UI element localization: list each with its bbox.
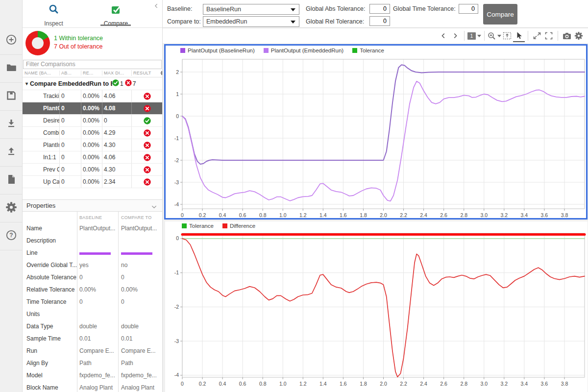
add-button[interactable] <box>0 27 22 55</box>
comparison-row-up-cast[interactable]: Up Cast00.00%2.34 <box>23 176 162 188</box>
fail-x-icon <box>144 129 151 137</box>
svg-text:0.4: 0.4 <box>219 381 226 387</box>
svg-text:0.2: 0.2 <box>199 381 206 387</box>
property-label: Data Type <box>23 323 77 330</box>
result-status <box>131 151 162 163</box>
max-difference-value: 4.06 <box>102 151 131 163</box>
comparison-row-combin[interactable]: Combin00.00%4.29 <box>23 127 162 139</box>
compare-line-swatch <box>118 249 162 256</box>
legend-item[interactable]: Tolerance <box>352 48 384 53</box>
baseline-select[interactable]: BaselineRun <box>203 4 299 15</box>
legend-item[interactable]: Tolerance <box>182 223 214 229</box>
rel-tolerance-value: 0.00% <box>81 90 102 102</box>
check-square-icon <box>85 4 147 18</box>
compare-to-column-header: COMPARE TO <box>121 215 152 220</box>
property-row-run: RunCompare E...Compare E... <box>23 344 162 357</box>
abs-tolerance-value: 0 <box>59 115 81 126</box>
compare-to-label: Compare to: <box>167 18 201 25</box>
prev-arrow-button[interactable] <box>438 29 449 42</box>
tolerance-summary: 1 Within tolerance 7 Out of tolerance <box>23 28 162 59</box>
global-time-tolerance-input[interactable] <box>459 4 478 14</box>
preferences-button[interactable] <box>0 195 22 222</box>
compare-button[interactable]: Compare <box>483 4 517 24</box>
gear-icon <box>5 201 17 215</box>
collapse-panel-icon[interactable] <box>153 2 159 11</box>
plus-circle-icon <box>5 34 17 48</box>
comparison-table: NAME (BA... AB... RE... MAX DI... RESULT… <box>23 69 162 188</box>
snapshot-camera-button[interactable] <box>561 29 573 42</box>
open-button[interactable] <box>0 55 22 83</box>
svg-text:-4: -4 <box>174 201 179 207</box>
fit-to-view-tool[interactable] <box>501 29 513 42</box>
dropdown-caret-icon <box>291 8 295 11</box>
baseline-column-header: BASELINE <box>79 215 102 220</box>
export-button[interactable] <box>0 139 22 167</box>
tab-inspect[interactable]: Inspect <box>23 0 85 28</box>
comparison-row-plantou[interactable]: PlantOu00.00%4.08 <box>23 102 162 115</box>
subplot-layout-button[interactable]: 1 <box>467 29 481 42</box>
legend-swatch <box>182 223 187 228</box>
filter-comparisons-input[interactable] <box>23 60 162 69</box>
col-name: NAME (BA... <box>23 71 59 75</box>
toolbar-separator <box>464 31 465 41</box>
help-button[interactable]: ? <box>0 222 22 250</box>
baseline-line-swatch <box>77 249 118 256</box>
property-label: Name <box>23 225 77 232</box>
save-button[interactable] <box>0 83 22 111</box>
result-status <box>131 176 162 188</box>
legend-item[interactable]: PlantOutput (BaselineRun) <box>180 48 255 53</box>
chart-settings-gear-icon[interactable] <box>573 29 585 42</box>
comparison-group-row[interactable]: ▾ Compare EmbeddedRun to Base... 1 7 <box>23 77 162 90</box>
comparison-row-desired[interactable]: Desired00.00%0 <box>23 115 162 127</box>
svg-text:3.6: 3.6 <box>541 381 548 387</box>
tab-compare[interactable]: Compare <box>85 0 147 28</box>
folder-icon <box>5 62 17 75</box>
legend-swatch <box>264 48 269 53</box>
comparison-chart[interactable]: PlantOutput (BaselineRun)PlantOutput (Em… <box>164 44 588 220</box>
svg-text:0.8: 0.8 <box>259 381 267 387</box>
comparison-row-plantinp[interactable]: PlantInp00.00%4.30 <box>23 139 162 151</box>
comparison-table-header[interactable]: NAME (BA... AB... RE... MAX DI... RESULT <box>23 69 162 77</box>
fullscreen-tool[interactable] <box>543 29 555 42</box>
mode-tabs: Inspect Compare <box>23 0 162 28</box>
global-rel-tolerance-input[interactable] <box>369 16 390 26</box>
difference-chart-plot[interactable]: 00.20.40.60.81.01.21.41.61.82.02.22.42.6… <box>165 221 588 392</box>
global-abs-tolerance-label: Global Abs Tolerance: <box>306 5 365 12</box>
property-label: Relative Tolerance <box>23 286 77 293</box>
baseline-select-value: BaselineRun <box>206 6 241 13</box>
signal-name: Combin <box>23 127 59 139</box>
legend-item[interactable]: PlantOutput (EmbeddedRun) <box>264 48 343 53</box>
properties-section-header[interactable]: Properties <box>23 199 162 212</box>
create-report-button[interactable] <box>0 167 22 195</box>
expand-triangle-icon[interactable]: ▾ <box>25 81 28 86</box>
global-abs-tolerance-input[interactable] <box>369 4 390 14</box>
svg-text:-2: -2 <box>174 304 179 310</box>
comparison-row-in1-1[interactable]: In1:100.00%4.06 <box>23 151 162 164</box>
expand-tool[interactable] <box>531 29 543 42</box>
tab-inspect-label: Inspect <box>44 20 63 27</box>
comparison-chart-plot[interactable]: 00.20.40.60.81.01.21.41.61.82.02.22.42.6… <box>166 46 586 218</box>
pointer-tool[interactable] <box>513 29 525 42</box>
signal-name: Up Cast <box>23 176 59 188</box>
zoom-in-tool[interactable] <box>488 29 501 42</box>
tolerance-donut-chart <box>25 31 50 55</box>
comparison-row-prev-ou[interactable]: Prev Ou00.00%4.30 <box>23 164 162 176</box>
legend-swatch <box>180 48 185 53</box>
fail-x-icon <box>144 154 151 161</box>
import-button[interactable] <box>0 111 22 139</box>
svg-text:1.8: 1.8 <box>360 381 367 387</box>
rel-tolerance-value: 0.00% <box>81 127 102 139</box>
app-sidebar: ? <box>0 0 23 392</box>
compare-to-select[interactable]: EmbeddedRun <box>203 16 299 27</box>
difference-chart[interactable]: ToleranceDifference 00.20.40.60.81.01.21… <box>165 221 588 392</box>
signal-name: Tracking <box>23 90 59 102</box>
legend-item[interactable]: Difference <box>222 223 255 229</box>
svg-text:0.2: 0.2 <box>199 212 206 218</box>
legend-label: Difference <box>230 223 255 229</box>
comparison-row-tracking[interactable]: Tracking00.00%4.06 <box>23 90 162 102</box>
svg-text:0: 0 <box>181 381 184 387</box>
next-arrow-button[interactable] <box>449 29 461 42</box>
chart-toolbar: 1 <box>163 28 588 43</box>
rel-tolerance-value: 0.00% <box>81 115 102 126</box>
col-result: RESULT <box>133 71 151 75</box>
